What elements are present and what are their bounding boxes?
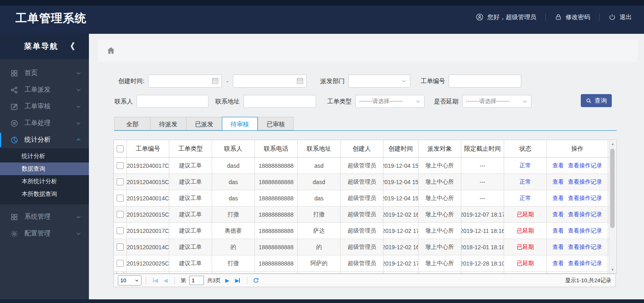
- view-link[interactable]: 查看: [553, 178, 564, 186]
- view-log-link[interactable]: 查看操作记录: [568, 244, 602, 251]
- status-badge: 已延期: [517, 260, 534, 267]
- column-header-7: 派发对象: [418, 140, 461, 157]
- tab-4[interactable]: 已审核: [258, 117, 294, 130]
- view-link[interactable]: 查看: [553, 195, 564, 202]
- cell-actions: 查看查看操作记录: [547, 223, 608, 239]
- row-checkbox[interactable]: [117, 195, 124, 202]
- order-type-select[interactable]: -------请选择-------: [355, 95, 425, 108]
- sidebar-item-5[interactable]: 系统管理: [0, 209, 89, 225]
- last-page-button[interactable]: ▶: [235, 278, 240, 283]
- checkbox-cell: [114, 255, 127, 271]
- prev-page-button[interactable]: ◀: [164, 278, 168, 283]
- address-input[interactable]: [243, 95, 316, 108]
- logout-button[interactable]: 退出: [609, 13, 632, 21]
- work-order-management-app: 工单管理系统 您好，超级管理员 修改密码 退出: [0, 0, 644, 303]
- search-button[interactable]: 查询: [581, 94, 612, 107]
- cell-actions: 查看查看操作记录: [547, 239, 608, 255]
- cell-address: 阿萨的: [298, 255, 341, 271]
- cell-target: 墩上中心所: [418, 206, 461, 222]
- view-log-link[interactable]: 查看操作记录: [568, 260, 602, 267]
- order-no-label: 工单编号: [420, 77, 445, 85]
- cell-creator: 超级管理员: [341, 158, 383, 173]
- sidebar-collapse-button[interactable]: 《: [66, 41, 89, 52]
- sidebar-item-2[interactable]: 工单审核: [0, 98, 89, 115]
- view-log-link[interactable]: 查看操作记录: [568, 227, 602, 235]
- tab-2[interactable]: 已派发: [186, 117, 222, 130]
- sidebar-subitem-4-1[interactable]: 数据查询: [0, 162, 89, 175]
- delay-select[interactable]: -------请选择-------: [462, 95, 531, 108]
- cell-contact: dasd: [212, 158, 255, 173]
- tab-underline: [114, 130, 617, 131]
- home-icon[interactable]: [106, 46, 115, 55]
- first-page-button[interactable]: ◀: [153, 278, 158, 283]
- order-no-input[interactable]: [449, 75, 521, 88]
- tab-0[interactable]: 全部: [114, 117, 150, 130]
- next-page-button[interactable]: ▶: [225, 278, 229, 283]
- refresh-icon[interactable]: [253, 277, 259, 283]
- sidebar-submenu: 统计分析数据查询本所统计分析本所数据查询: [0, 148, 89, 204]
- contact-input[interactable]: [137, 95, 208, 108]
- work-order-table: 工单编号工单类型联系人联系电话联系地址创建人创建时间派发对象限定截止时间状态操作…: [113, 140, 617, 274]
- cell-status: 已延期: [504, 255, 547, 271]
- cell-phone: 18888888888: [255, 158, 298, 173]
- page-size-select[interactable]: 10: [118, 275, 142, 285]
- chevron-down-icon: [75, 70, 82, 76]
- table-scrollbar[interactable]: ▲ ▼: [609, 141, 616, 273]
- sidebar-subitem-4-3[interactable]: 本所数据查询: [0, 188, 89, 200]
- column-header-6: 创建时间: [383, 140, 418, 157]
- scroll-down-icon[interactable]: ▼: [609, 266, 616, 273]
- row-checkbox[interactable]: [117, 145, 124, 152]
- row-checkbox[interactable]: [117, 227, 124, 234]
- row-checkbox[interactable]: [117, 244, 124, 250]
- delay-select-value: -------请选择-------: [466, 98, 509, 105]
- chevron-down-icon: [401, 78, 407, 84]
- cell-actions: 查看查看操作记录: [547, 174, 608, 190]
- share-icon: [10, 86, 18, 94]
- view-log-link[interactable]: 查看操作记录: [568, 178, 602, 186]
- sidebar-subitem-4-0[interactable]: 统计分析: [0, 150, 89, 162]
- scrollbar-thumb[interactable]: [610, 149, 615, 228]
- tab-3[interactable]: 待审核: [222, 117, 258, 131]
- date-range-separator: -: [226, 78, 228, 85]
- sidebar-item-0[interactable]: 首页: [0, 65, 89, 81]
- column-header-0: 工单编号: [127, 140, 169, 157]
- cell-creator: 超级管理员: [341, 223, 383, 239]
- row-checkbox[interactable]: [117, 260, 124, 267]
- create-time-from-input[interactable]: [148, 75, 222, 88]
- user-greeting: 您好，超级管理员: [476, 13, 536, 21]
- sidebar-item-1[interactable]: 工单派发: [0, 81, 89, 98]
- row-checkbox[interactable]: [117, 178, 124, 185]
- cell-contact: 的: [212, 239, 255, 255]
- view-link[interactable]: 查看: [553, 260, 564, 267]
- tab-1[interactable]: 待派发: [150, 117, 186, 130]
- status-badge: 已延期: [517, 227, 534, 235]
- view-log-link[interactable]: 查看操作记录: [568, 195, 602, 202]
- sidebar-item-4[interactable]: 统计分析: [0, 132, 89, 148]
- row-checkbox[interactable]: [117, 162, 124, 169]
- sidebar-subitem-4-2[interactable]: 本所统计分析: [0, 175, 89, 188]
- cell-actions: 查看查看操作记录: [547, 255, 608, 271]
- change-password-button[interactable]: 修改密码: [555, 13, 590, 21]
- cell-contact: 打撒: [212, 255, 255, 271]
- view-link[interactable]: 查看: [553, 211, 564, 218]
- view-link[interactable]: 查看: [553, 244, 564, 251]
- create-time-to-input[interactable]: [233, 75, 307, 88]
- column-header-9: 状态: [504, 140, 547, 157]
- sidebar-item-6[interactable]: 配置管理: [0, 225, 89, 242]
- cell-creator: 超级管理员: [341, 255, 383, 271]
- view-link[interactable]: 查看: [553, 227, 564, 235]
- dispatch-dept-select[interactable]: [348, 75, 410, 88]
- sidebar-item-3[interactable]: 工单处理: [0, 115, 89, 132]
- row-checkbox[interactable]: [117, 211, 124, 218]
- checkbox-cell: [114, 239, 127, 255]
- view-link[interactable]: 查看: [553, 162, 564, 169]
- chevron-down-icon: [75, 103, 82, 110]
- cell-deadline: 2018-12-01 18:18: [461, 239, 504, 255]
- page-number-input[interactable]: [189, 276, 204, 285]
- view-log-link[interactable]: 查看操作记录: [568, 211, 602, 218]
- scroll-up-icon[interactable]: ▲: [609, 141, 616, 147]
- view-log-link[interactable]: 查看操作记录: [568, 162, 602, 169]
- cell-address: 萨达: [298, 223, 341, 239]
- menu-gap: [0, 204, 89, 209]
- cell-deadline: ---: [461, 174, 504, 190]
